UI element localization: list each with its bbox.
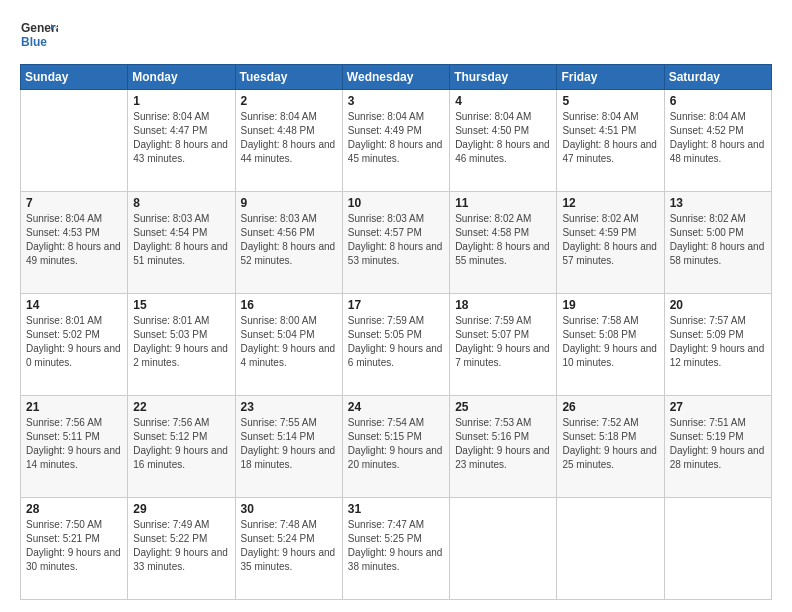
calendar-header: SundayMondayTuesdayWednesdayThursdayFrid… — [21, 65, 772, 90]
week-row-5: 28Sunrise: 7:50 AMSunset: 5:21 PMDayligh… — [21, 498, 772, 600]
header-cell-friday: Friday — [557, 65, 664, 90]
cell-info: Sunrise: 7:54 AMSunset: 5:15 PMDaylight:… — [348, 416, 444, 472]
cell-day-number: 21 — [26, 400, 122, 414]
cell-day-number: 7 — [26, 196, 122, 210]
cell-info: Sunrise: 8:03 AMSunset: 4:54 PMDaylight:… — [133, 212, 229, 268]
cell-info: Sunrise: 7:47 AMSunset: 5:25 PMDaylight:… — [348, 518, 444, 574]
week-row-3: 14Sunrise: 8:01 AMSunset: 5:02 PMDayligh… — [21, 294, 772, 396]
cell-day-number: 2 — [241, 94, 337, 108]
calendar-cell: 13Sunrise: 8:02 AMSunset: 5:00 PMDayligh… — [664, 192, 771, 294]
cell-info: Sunrise: 7:59 AMSunset: 5:05 PMDaylight:… — [348, 314, 444, 370]
cell-info: Sunrise: 8:03 AMSunset: 4:57 PMDaylight:… — [348, 212, 444, 268]
calendar-cell: 23Sunrise: 7:55 AMSunset: 5:14 PMDayligh… — [235, 396, 342, 498]
calendar-cell: 1Sunrise: 8:04 AMSunset: 4:47 PMDaylight… — [128, 90, 235, 192]
cell-info: Sunrise: 7:52 AMSunset: 5:18 PMDaylight:… — [562, 416, 658, 472]
calendar-cell — [21, 90, 128, 192]
header-cell-saturday: Saturday — [664, 65, 771, 90]
cell-day-number: 3 — [348, 94, 444, 108]
calendar-cell: 12Sunrise: 8:02 AMSunset: 4:59 PMDayligh… — [557, 192, 664, 294]
cell-day-number: 22 — [133, 400, 229, 414]
cell-day-number: 5 — [562, 94, 658, 108]
cell-info: Sunrise: 7:48 AMSunset: 5:24 PMDaylight:… — [241, 518, 337, 574]
cell-day-number: 27 — [670, 400, 766, 414]
svg-text:Blue: Blue — [21, 35, 47, 49]
cell-info: Sunrise: 8:04 AMSunset: 4:47 PMDaylight:… — [133, 110, 229, 166]
calendar-cell: 4Sunrise: 8:04 AMSunset: 4:50 PMDaylight… — [450, 90, 557, 192]
cell-day-number: 8 — [133, 196, 229, 210]
cell-day-number: 26 — [562, 400, 658, 414]
week-row-2: 7Sunrise: 8:04 AMSunset: 4:53 PMDaylight… — [21, 192, 772, 294]
cell-day-number: 14 — [26, 298, 122, 312]
calendar-table: SundayMondayTuesdayWednesdayThursdayFrid… — [20, 64, 772, 600]
cell-info: Sunrise: 7:53 AMSunset: 5:16 PMDaylight:… — [455, 416, 551, 472]
cell-day-number: 23 — [241, 400, 337, 414]
calendar-cell — [450, 498, 557, 600]
cell-info: Sunrise: 7:57 AMSunset: 5:09 PMDaylight:… — [670, 314, 766, 370]
calendar-cell: 3Sunrise: 8:04 AMSunset: 4:49 PMDaylight… — [342, 90, 449, 192]
cell-day-number: 17 — [348, 298, 444, 312]
cell-info: Sunrise: 7:51 AMSunset: 5:19 PMDaylight:… — [670, 416, 766, 472]
cell-info: Sunrise: 8:01 AMSunset: 5:02 PMDaylight:… — [26, 314, 122, 370]
calendar-cell: 29Sunrise: 7:49 AMSunset: 5:22 PMDayligh… — [128, 498, 235, 600]
calendar-cell: 17Sunrise: 7:59 AMSunset: 5:05 PMDayligh… — [342, 294, 449, 396]
cell-day-number: 12 — [562, 196, 658, 210]
cell-info: Sunrise: 7:59 AMSunset: 5:07 PMDaylight:… — [455, 314, 551, 370]
cell-info: Sunrise: 8:02 AMSunset: 5:00 PMDaylight:… — [670, 212, 766, 268]
cell-info: Sunrise: 8:03 AMSunset: 4:56 PMDaylight:… — [241, 212, 337, 268]
calendar-cell: 2Sunrise: 8:04 AMSunset: 4:48 PMDaylight… — [235, 90, 342, 192]
calendar-cell: 30Sunrise: 7:48 AMSunset: 5:24 PMDayligh… — [235, 498, 342, 600]
cell-day-number: 4 — [455, 94, 551, 108]
calendar-cell: 8Sunrise: 8:03 AMSunset: 4:54 PMDaylight… — [128, 192, 235, 294]
calendar-cell: 26Sunrise: 7:52 AMSunset: 5:18 PMDayligh… — [557, 396, 664, 498]
cell-day-number: 30 — [241, 502, 337, 516]
cell-info: Sunrise: 8:04 AMSunset: 4:49 PMDaylight:… — [348, 110, 444, 166]
calendar-cell: 20Sunrise: 7:57 AMSunset: 5:09 PMDayligh… — [664, 294, 771, 396]
cell-info: Sunrise: 8:04 AMSunset: 4:48 PMDaylight:… — [241, 110, 337, 166]
cell-info: Sunrise: 7:55 AMSunset: 5:14 PMDaylight:… — [241, 416, 337, 472]
calendar-cell: 14Sunrise: 8:01 AMSunset: 5:02 PMDayligh… — [21, 294, 128, 396]
cell-day-number: 1 — [133, 94, 229, 108]
calendar-cell: 28Sunrise: 7:50 AMSunset: 5:21 PMDayligh… — [21, 498, 128, 600]
cell-info: Sunrise: 7:50 AMSunset: 5:21 PMDaylight:… — [26, 518, 122, 574]
calendar-cell: 25Sunrise: 7:53 AMSunset: 5:16 PMDayligh… — [450, 396, 557, 498]
cell-day-number: 10 — [348, 196, 444, 210]
cell-day-number: 19 — [562, 298, 658, 312]
header-cell-tuesday: Tuesday — [235, 65, 342, 90]
cell-day-number: 16 — [241, 298, 337, 312]
calendar-cell: 6Sunrise: 8:04 AMSunset: 4:52 PMDaylight… — [664, 90, 771, 192]
calendar-cell: 15Sunrise: 8:01 AMSunset: 5:03 PMDayligh… — [128, 294, 235, 396]
calendar-cell: 7Sunrise: 8:04 AMSunset: 4:53 PMDaylight… — [21, 192, 128, 294]
week-row-1: 1Sunrise: 8:04 AMSunset: 4:47 PMDaylight… — [21, 90, 772, 192]
cell-day-number: 13 — [670, 196, 766, 210]
calendar-cell: 5Sunrise: 8:04 AMSunset: 4:51 PMDaylight… — [557, 90, 664, 192]
cell-day-number: 6 — [670, 94, 766, 108]
cell-info: Sunrise: 8:04 AMSunset: 4:50 PMDaylight:… — [455, 110, 551, 166]
calendar-body: 1Sunrise: 8:04 AMSunset: 4:47 PMDaylight… — [21, 90, 772, 600]
cell-info: Sunrise: 7:56 AMSunset: 5:11 PMDaylight:… — [26, 416, 122, 472]
cell-day-number: 29 — [133, 502, 229, 516]
header: General Blue — [20, 16, 772, 54]
cell-info: Sunrise: 8:02 AMSunset: 4:58 PMDaylight:… — [455, 212, 551, 268]
cell-day-number: 11 — [455, 196, 551, 210]
calendar-cell: 11Sunrise: 8:02 AMSunset: 4:58 PMDayligh… — [450, 192, 557, 294]
header-cell-wednesday: Wednesday — [342, 65, 449, 90]
week-row-4: 21Sunrise: 7:56 AMSunset: 5:11 PMDayligh… — [21, 396, 772, 498]
cell-day-number: 31 — [348, 502, 444, 516]
calendar-cell: 19Sunrise: 7:58 AMSunset: 5:08 PMDayligh… — [557, 294, 664, 396]
cell-info: Sunrise: 8:00 AMSunset: 5:04 PMDaylight:… — [241, 314, 337, 370]
cell-info: Sunrise: 7:58 AMSunset: 5:08 PMDaylight:… — [562, 314, 658, 370]
calendar-cell: 24Sunrise: 7:54 AMSunset: 5:15 PMDayligh… — [342, 396, 449, 498]
header-cell-sunday: Sunday — [21, 65, 128, 90]
logo: General Blue — [20, 16, 58, 54]
cell-day-number: 24 — [348, 400, 444, 414]
cell-day-number: 9 — [241, 196, 337, 210]
calendar-cell: 31Sunrise: 7:47 AMSunset: 5:25 PMDayligh… — [342, 498, 449, 600]
header-cell-thursday: Thursday — [450, 65, 557, 90]
logo-bird-icon: General Blue — [20, 16, 58, 54]
cell-day-number: 28 — [26, 502, 122, 516]
cell-info: Sunrise: 8:04 AMSunset: 4:51 PMDaylight:… — [562, 110, 658, 166]
cell-info: Sunrise: 8:04 AMSunset: 4:53 PMDaylight:… — [26, 212, 122, 268]
cell-day-number: 15 — [133, 298, 229, 312]
calendar-cell: 10Sunrise: 8:03 AMSunset: 4:57 PMDayligh… — [342, 192, 449, 294]
cell-info: Sunrise: 7:56 AMSunset: 5:12 PMDaylight:… — [133, 416, 229, 472]
